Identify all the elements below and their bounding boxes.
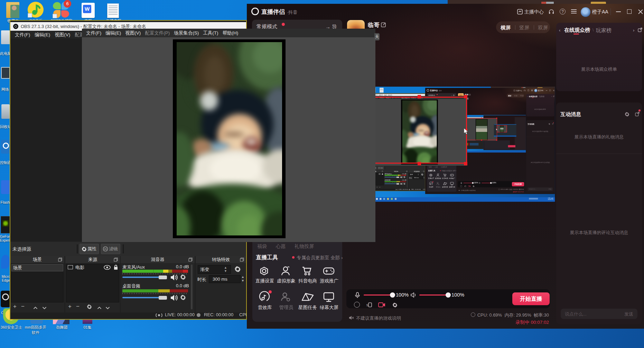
svg-text:5: 5	[366, 303, 368, 307]
